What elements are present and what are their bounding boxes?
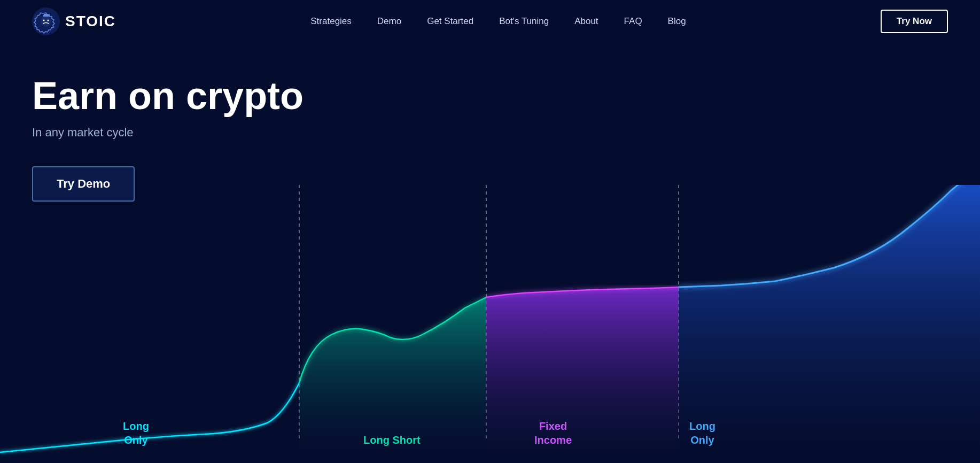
svg-point-2 [43, 20, 45, 21]
nav-link-about[interactable]: About [574, 16, 598, 26]
nav-item-bots-tuning[interactable]: Bot's Tuning [499, 16, 549, 27]
svg-point-3 [48, 20, 49, 21]
nav-item-demo[interactable]: Demo [377, 16, 401, 27]
chart-area: LongOnly Long Short FixedIncome LongOnly [0, 185, 980, 463]
chart-label-long-only-left: LongOnly [123, 419, 149, 447]
hero-subtitle: In any market cycle [32, 126, 948, 140]
logo-text: STOIC [65, 13, 116, 30]
nav-link-get-started[interactable]: Get Started [427, 16, 473, 26]
nav-item-faq[interactable]: FAQ [624, 16, 642, 27]
nav-link-demo[interactable]: Demo [377, 16, 401, 26]
nav-item-strategies[interactable]: Strategies [310, 16, 352, 27]
nav-link-faq[interactable]: FAQ [624, 16, 642, 26]
chart-label-fixed-income: FixedIncome [534, 419, 572, 447]
nav-link-strategies[interactable]: Strategies [310, 16, 352, 26]
nav-link-bots-tuning[interactable]: Bot's Tuning [499, 16, 549, 26]
nav-item-blog[interactable]: Blog [668, 16, 686, 27]
chart-label-long-short: Long Short [363, 433, 421, 447]
svg-rect-5 [44, 14, 48, 16]
nav-links: Strategies Demo Get Started Bot's Tuning… [310, 16, 686, 27]
stoic-logo-icon [32, 7, 60, 35]
nav-item-get-started[interactable]: Get Started [427, 16, 473, 27]
svg-point-1 [41, 16, 51, 27]
nav-item-about[interactable]: About [574, 16, 598, 27]
try-now-button[interactable]: Try Now [881, 10, 948, 33]
hero-title: Earn on crypto [32, 75, 353, 117]
nav-link-blog[interactable]: Blog [668, 16, 686, 26]
navbar: STOIC Strategies Demo Get Started Bot's … [0, 0, 980, 43]
chart-label-long-only-right: LongOnly [689, 419, 715, 447]
logo-area: STOIC [32, 7, 116, 35]
